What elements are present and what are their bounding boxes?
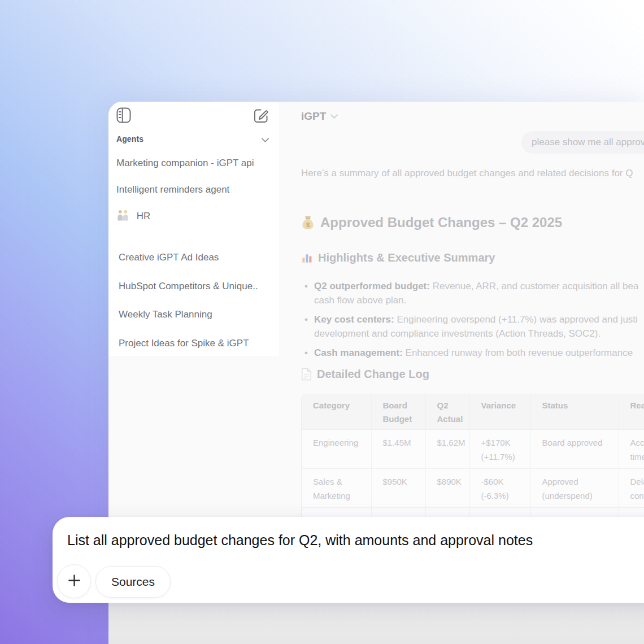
sidebar-item-chat[interactable]: Weekly Task Planning (119, 309, 212, 320)
bullet-text-2: development and compliance investments (… (314, 327, 638, 341)
list-item: Q2 outperformed budget: Revenue, ARR, an… (301, 279, 638, 307)
sidebar-item-label: HR (137, 211, 151, 221)
agents-section-label: Agents (116, 134, 143, 143)
bullet-text: Enhanced runway from both revenue outper… (406, 347, 633, 358)
bullet-lead: Cash management: (314, 347, 403, 358)
cell-board-budget: $950K (371, 469, 425, 508)
sidebar-toggle-button[interactable] (116, 107, 131, 123)
dimmed-footer-area (108, 602, 644, 644)
assistant-intro: Here’s a summary of all approved budget … (301, 168, 633, 179)
chevron-down-icon[interactable] (262, 138, 269, 142)
table-header-row: Category Board Budget Q2 Actual Variance… (302, 394, 644, 430)
sidebar-item-agent[interactable]: Intelligent reminders agent (116, 184, 229, 195)
col-category: Category (302, 394, 371, 430)
cell-category: Engineering (302, 430, 371, 469)
add-attachment-button[interactable] (57, 564, 91, 598)
plus-icon (67, 573, 81, 590)
sidebar-item-label: Weekly Task Planning (119, 309, 212, 320)
cell-variance: +$170K (+11.7%) (469, 430, 530, 469)
cell-category: Sales & Marketing (302, 469, 371, 508)
screen: iGPT please show me all approv Here’s a … (0, 0, 644, 644)
report-title: $ Approved Budget Changes – Q2 2025 (301, 215, 562, 230)
sidebar-item-chat[interactable]: Project Ideas for Spike & iGPT (119, 338, 249, 349)
table-row: Sales & Marketing $950K $890K -$60K (-6.… (302, 469, 644, 508)
bullet-text: Revenue, ARR, and customer acquisition a… (433, 281, 639, 291)
highlights-list: Q2 outperformed budget: Revenue, ARR, an… (301, 279, 638, 365)
cell-q2-actual: $890K (425, 469, 469, 508)
bullet-lead: Key cost centers: (314, 314, 394, 325)
user-message-text: please show me all approv (532, 137, 644, 147)
highlights-heading-text: Highlights & Executive Summary (318, 251, 495, 264)
money-bag-icon: $ (301, 215, 315, 230)
change-log-heading: Detailed Change Log (301, 368, 429, 381)
bullet-text-2: cash flow above plan. (314, 293, 638, 307)
compose-icon (253, 116, 269, 125)
cell-reason: Acce timeli (619, 430, 644, 469)
sidebar-item-label: Project Ideas for Spike & iGPT (119, 338, 249, 349)
sources-button[interactable]: Sources (95, 566, 171, 598)
svg-text:$: $ (306, 221, 310, 228)
sidebar-item-label: Creative iGPT Ad Ideas (119, 252, 219, 263)
col-board-budget: Board Budget (371, 394, 425, 430)
col-q2-actual: Q2 Actual (425, 394, 469, 430)
cell-variance: -$60K (-6.3%) (469, 469, 530, 508)
model-selector[interactable]: iGPT (301, 110, 338, 123)
highlights-heading: Highlights & Executive Summary (301, 251, 495, 264)
prompt-input[interactable]: List all approved budget changes for Q2,… (67, 532, 533, 549)
user-message-bubble: please show me all approv (521, 131, 644, 154)
cell-status: Board approved (530, 430, 619, 469)
bullet-lead: Q2 outperformed budget: (314, 281, 430, 291)
sidebar-item-chat[interactable]: Creative iGPT Ad Ideas (119, 252, 219, 263)
list-item: Key cost centers: Engineering overspend … (301, 312, 638, 341)
bar-chart-icon (301, 252, 313, 264)
cell-reason: Delay conve (619, 469, 644, 508)
document-icon (301, 368, 312, 381)
sidebar-item-chat[interactable]: HubSpot Competitors & Unique.. (119, 281, 258, 292)
model-name: iGPT (301, 110, 326, 123)
list-item: Cash management: Enhanced runway from bo… (301, 346, 638, 360)
chevron-down-icon (330, 114, 338, 119)
sidebar-item-label: Marketing companion - iGPT api (116, 158, 254, 168)
change-log-table: Category Board Budget Q2 Actual Variance… (301, 394, 644, 533)
change-log-heading-text: Detailed Change Log (317, 368, 429, 381)
people-icon (116, 209, 129, 221)
sidebar-item-agent-hr[interactable]: HR (116, 209, 150, 222)
col-status: Status (530, 394, 619, 430)
report-title-text: Approved Budget Changes – Q2 2025 (320, 215, 562, 230)
sidebar: Agents Marketing companion - iGPT api In… (108, 102, 279, 356)
cell-board-budget: $1.45M (371, 430, 425, 469)
sidebar-panel-icon (116, 116, 131, 125)
sidebar-item-label: Intelligent reminders agent (116, 184, 229, 195)
sidebar-item-label: HubSpot Competitors & Unique.. (119, 281, 258, 291)
bullet-text: Engineering overspend (+11.7%) was appro… (397, 314, 637, 325)
col-reason: Reas (619, 394, 644, 430)
cell-q2-actual: $1.62M (425, 430, 469, 469)
composer-card: List all approved budget changes for Q2,… (53, 517, 644, 603)
sidebar-item-agent[interactable]: Marketing companion - iGPT api (116, 158, 254, 169)
cell-status: Approved (underspend) (530, 469, 619, 508)
table-row: Engineering $1.45M $1.62M +$170K (+11.7%… (302, 430, 644, 469)
col-variance: Variance (469, 394, 530, 430)
new-chat-button[interactable] (253, 108, 269, 123)
